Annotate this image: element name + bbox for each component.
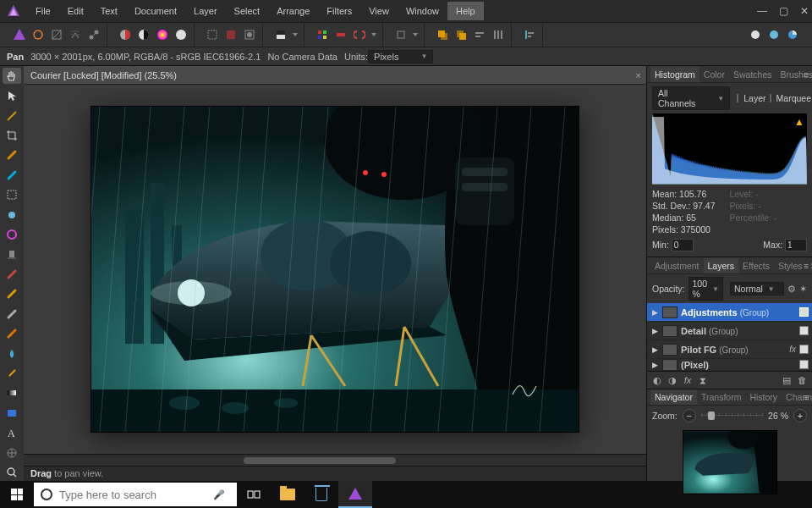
menu-select[interactable]: Select — [226, 2, 269, 20]
tab-effects[interactable]: Effects — [738, 258, 774, 273]
affinity-taskbar-icon[interactable] — [338, 481, 372, 508]
minimize-button[interactable]: — — [757, 5, 767, 17]
gradient-tool[interactable] — [3, 385, 21, 401]
units-select[interactable]: Pixels ▼ — [368, 50, 433, 64]
hist-max-input[interactable] — [785, 239, 807, 251]
cog-icon[interactable]: ✶ — [799, 284, 807, 295]
dropdown-icon[interactable] — [292, 27, 299, 42]
erase-tool[interactable] — [3, 226, 21, 242]
tonemap-persona-icon[interactable] — [68, 27, 83, 42]
tab-transform[interactable]: Transform — [697, 389, 745, 405]
color-replacement-tool[interactable] — [3, 167, 21, 183]
menu-document[interactable]: Document — [126, 2, 185, 20]
marquee-tool-icon[interactable] — [205, 27, 220, 42]
align-icon[interactable] — [472, 27, 487, 42]
disclosure-icon[interactable]: ▶ — [650, 327, 659, 335]
arrange-front-icon[interactable] — [435, 27, 450, 42]
visibility-checkbox[interactable] — [799, 345, 809, 354]
adjustment-button[interactable]: ◑ — [666, 374, 679, 386]
snap-icon[interactable] — [352, 27, 367, 42]
disclosure-icon[interactable]: ▶ — [650, 308, 659, 317]
selection-invert-icon[interactable] — [223, 27, 239, 42]
tab-navigator[interactable]: Navigator — [650, 389, 697, 405]
disclosure-icon[interactable]: ▶ — [650, 345, 659, 354]
tab-histogram[interactable]: Histogram — [650, 67, 700, 82]
tab-swatches[interactable]: Swatches — [729, 67, 776, 82]
photo-persona-icon[interactable] — [12, 27, 27, 42]
menu-text[interactable]: Text — [92, 2, 126, 20]
distribute-icon[interactable] — [491, 27, 506, 42]
split-view-icon[interactable] — [118, 27, 133, 42]
grid-icon[interactable] — [315, 27, 330, 42]
arrange-back-icon[interactable] — [453, 27, 469, 42]
auto-levels-icon[interactable] — [273, 27, 288, 42]
mic-icon[interactable]: 🎤 — [213, 489, 225, 500]
scrollbar-thumb[interactable] — [244, 457, 396, 464]
layer-row[interactable]: ▶ Adjustments (Group) — [647, 303, 812, 322]
menu-help[interactable]: Help — [447, 2, 484, 20]
disclosure-icon[interactable]: ▶ — [650, 361, 659, 369]
move-tool[interactable] — [3, 87, 21, 103]
tab-styles[interactable]: Styles — [774, 258, 807, 273]
tab-color[interactable]: Color — [700, 67, 729, 82]
visibility-checkbox[interactable] — [799, 307, 809, 317]
layer-row[interactable]: ▶ (Pixel) — [647, 359, 812, 371]
viewport[interactable] — [24, 85, 646, 454]
zoom-out-button[interactable]: − — [683, 409, 696, 422]
contrast-icon[interactable] — [136, 27, 151, 42]
fx-button[interactable]: fx — [681, 374, 694, 386]
panel-menu-icon[interactable]: ≡ — [804, 69, 809, 80]
clone-tool[interactable] — [3, 246, 21, 262]
menu-arrange[interactable]: Arrange — [268, 2, 318, 20]
quick-mask-icon[interactable] — [242, 27, 257, 42]
dropdown2-icon[interactable] — [370, 27, 377, 42]
close-tab-icon[interactable]: × — [636, 70, 641, 80]
dodge-tool[interactable] — [3, 286, 21, 302]
layer-row[interactable]: ▶ Detail (Group) — [647, 322, 812, 340]
maximize-button[interactable]: ▢ — [779, 5, 788, 17]
marquee-select-tool[interactable] — [3, 187, 21, 203]
zoom-in-button[interactable]: + — [793, 409, 807, 422]
zoom-tool[interactable] — [3, 464, 21, 480]
horizontal-scrollbar[interactable] — [24, 454, 646, 466]
heal-tool[interactable] — [3, 266, 21, 282]
rectangle-tool[interactable] — [3, 405, 21, 421]
add-layer-button[interactable]: ▤ — [780, 374, 793, 386]
hue-wheel-icon[interactable] — [155, 27, 170, 42]
flood-select-tool[interactable] — [3, 207, 21, 223]
menu-file[interactable]: File — [27, 2, 59, 20]
marquee-checkbox[interactable] — [770, 94, 771, 102]
develop-persona-icon[interactable] — [49, 27, 64, 42]
panel-menu-icon[interactable]: ≡ — [804, 261, 809, 271]
dropdown3-icon[interactable] — [412, 27, 419, 42]
recycle-taskbar-icon[interactable] — [304, 481, 338, 508]
explorer-taskbar-icon[interactable] — [271, 481, 304, 508]
tab-adjustment[interactable]: Adjustment — [650, 258, 704, 273]
start-button[interactable] — [0, 481, 34, 508]
menu-view[interactable]: View — [360, 2, 398, 20]
visibility-checkbox[interactable] — [799, 360, 809, 369]
assistant-icon[interactable] — [393, 27, 409, 42]
export-persona-icon[interactable] — [86, 27, 102, 42]
blur-tool[interactable] — [3, 306, 21, 322]
task-view-button[interactable] — [237, 481, 271, 508]
channel-select[interactable]: All Channels▼ — [652, 86, 730, 110]
zoom-slider[interactable] — [701, 411, 763, 420]
flood-fill-tool[interactable] — [3, 345, 21, 362]
delete-layer-button[interactable]: 🗑 — [795, 374, 809, 386]
liquify-persona-icon[interactable] — [30, 27, 46, 42]
menu-window[interactable]: Window — [398, 2, 447, 20]
gear-icon[interactable]: ⚙ — [787, 284, 796, 295]
panel-menu-icon[interactable]: ≡ — [804, 392, 809, 402]
menu-edit[interactable]: Edit — [59, 2, 92, 20]
taskbar-search-input[interactable] — [59, 489, 206, 501]
view-tool[interactable] — [3, 108, 21, 124]
blendmode-select[interactable]: Normal▼ — [730, 282, 784, 295]
align-left-icon[interactable] — [522, 27, 537, 42]
pan-tool[interactable] — [3, 68, 21, 84]
taskbar-search[interactable]: 🎤 — [34, 483, 237, 506]
document-tab[interactable]: Courier [Locked] [Modified] (25.5%) × — [24, 66, 646, 85]
layer-row[interactable]: ▶ Pilot FG (Group) fx — [647, 340, 812, 359]
mask-button[interactable]: ◐ — [650, 374, 664, 386]
pen-tool[interactable] — [3, 365, 21, 381]
